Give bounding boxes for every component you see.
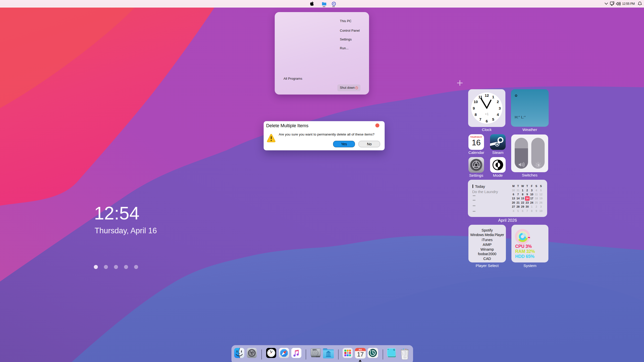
svg-text:12: 12 [271, 349, 272, 350]
svg-text:10: 10 [474, 100, 478, 104]
svg-text:1: 1 [492, 95, 494, 99]
svg-text:2: 2 [497, 100, 499, 104]
svg-text:11: 11 [478, 95, 482, 99]
svg-text:8: 8 [475, 112, 477, 117]
svg-text:10: 10 [268, 351, 269, 352]
svg-text:5: 5 [492, 117, 494, 121]
svg-text:6: 6 [486, 119, 488, 123]
svg-text:12: 12 [485, 93, 489, 98]
svg-text:17: 17 [357, 351, 364, 358]
svg-text:4: 4 [497, 112, 499, 117]
svg-text:3: 3 [499, 106, 501, 110]
svg-text:9: 9 [473, 106, 475, 110]
svg-text:JUL: JUL [358, 349, 362, 351]
svg-text:11: 11 [269, 349, 270, 351]
svg-text:7: 7 [479, 117, 481, 121]
svg-text:+1: +1 [485, 112, 489, 116]
